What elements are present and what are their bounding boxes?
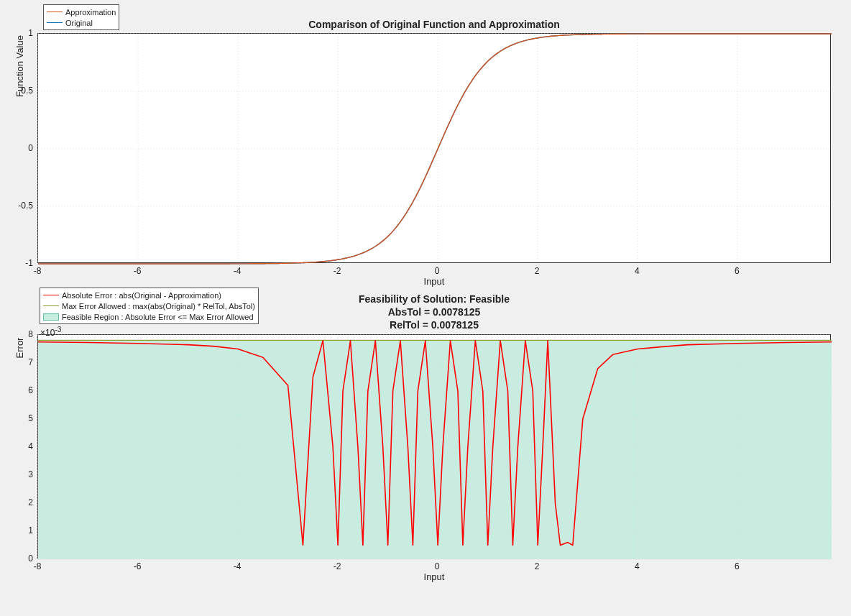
tick-label: 1 — [28, 28, 33, 38]
legend-bottom-label-0: Absolute Error : abs(Original - Approxim… — [62, 291, 221, 300]
legend-top[interactable]: Approximation Original — [43, 4, 119, 30]
svg-rect-13 — [38, 340, 832, 559]
legend-patch-icon — [43, 313, 59, 321]
legend-bottom-item: Max Error Allowed : max(abs(Original) * … — [43, 300, 255, 311]
exp-base: ×10 — [40, 328, 55, 338]
tick-label: 6 — [735, 266, 740, 276]
tick-label: -6 — [134, 266, 142, 276]
exp-sup: -3 — [55, 326, 61, 334]
legend-swatch-icon — [43, 295, 59, 295]
tick-label: 0 — [28, 143, 33, 153]
tick-label: -0.5 — [18, 201, 33, 211]
legend-swatch-icon — [47, 22, 63, 23]
tick-label: 7 — [28, 357, 33, 367]
legend-top-label-1: Original — [65, 19, 93, 27]
tick-label: 5 — [28, 413, 33, 423]
tick-label: 0 — [28, 553, 33, 564]
tick-label: 3 — [28, 469, 33, 479]
legend-bottom-label-2: Feasible Region : Absolute Error <= Max … — [62, 313, 254, 321]
tick-label: 4 — [28, 441, 33, 451]
tick-label: 4 — [635, 266, 640, 276]
tick-label: -2 — [334, 266, 341, 276]
legend-top-label-0: Approximation — [65, 8, 116, 17]
legend-top-item: Approximation — [47, 6, 116, 17]
legend-bottom[interactable]: Absolute Error : abs(Original - Approxim… — [40, 288, 259, 324]
legend-swatch-icon — [47, 12, 63, 12]
legend-top-item: Original — [47, 17, 116, 28]
axes-bottom[interactable] — [37, 334, 831, 558]
legend-bottom-label-1: Max Error Allowed : max(abs(Original) * … — [62, 302, 255, 311]
tick-label: -6 — [134, 561, 142, 571]
tick-label: 0 — [435, 561, 440, 571]
tick-label: -8 — [34, 561, 42, 571]
axes-bottom-ylabel: Error — [14, 236, 25, 460]
axes-top[interactable] — [37, 33, 831, 263]
axes-bottom-plot — [38, 335, 832, 559]
tick-label: 1 — [28, 525, 33, 535]
tick-label: -1 — [25, 258, 33, 268]
tick-label: 2 — [535, 266, 540, 276]
tick-label: 0 — [435, 266, 440, 276]
legend-bottom-item: Absolute Error : abs(Original - Approxim… — [43, 290, 255, 300]
tick-label: 6 — [735, 561, 740, 571]
figure: Comparison of Original Function and Appr… — [0, 0, 851, 616]
tick-label: 8 — [28, 329, 33, 339]
tick-label: -4 — [234, 266, 242, 276]
tick-label: -2 — [334, 561, 341, 571]
axes-top-xlabel: Input — [37, 276, 831, 287]
tick-label: 4 — [635, 561, 640, 571]
tick-label: 0.5 — [21, 86, 33, 96]
tick-label: 6 — [28, 385, 33, 395]
tick-label: -4 — [234, 561, 242, 571]
tick-label: -8 — [34, 266, 42, 276]
legend-bottom-item: Feasible Region : Absolute Error <= Max … — [43, 311, 255, 322]
axes-bottom-exponent: ×10-3 — [40, 326, 61, 338]
tick-label: 2 — [28, 497, 33, 507]
tick-label: 2 — [535, 561, 540, 571]
axes-bottom-xlabel: Input — [37, 571, 831, 582]
axes-top-plot — [38, 34, 832, 264]
axes-top-title: Comparison of Original Function and Appr… — [37, 19, 831, 30]
legend-swatch-icon — [43, 305, 59, 306]
